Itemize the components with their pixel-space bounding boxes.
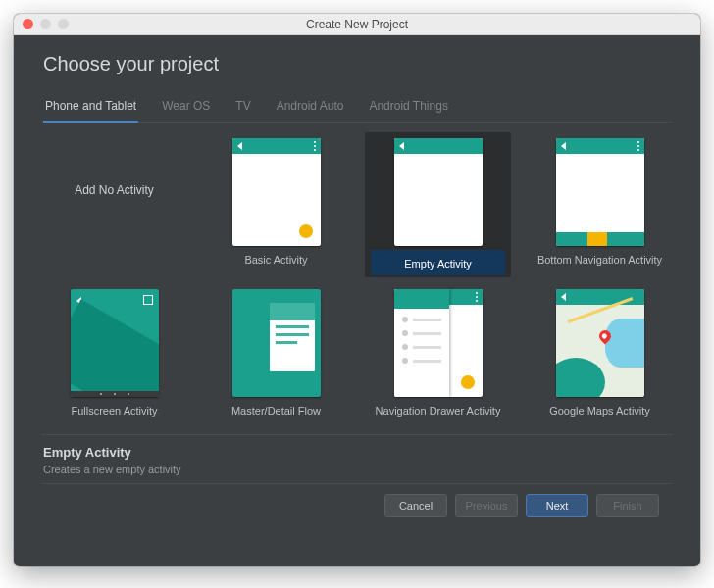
template-label <box>47 246 181 271</box>
finish-button: Finish <box>596 494 659 517</box>
thumb-fullscreen <box>71 289 159 397</box>
next-button[interactable]: Next <box>526 494 588 517</box>
template-navigation-drawer-activity[interactable]: Navigation Drawer Activity <box>365 283 511 424</box>
fab-icon <box>461 375 475 389</box>
tab-phone-tablet[interactable]: Phone and Tablet <box>43 93 138 122</box>
back-icon <box>561 142 566 150</box>
thumb-empty <box>394 138 483 246</box>
cancel-button[interactable]: Cancel <box>384 494 447 517</box>
tab-android-auto[interactable]: Android Auto <box>275 93 346 122</box>
window-title: Create New Project <box>14 18 700 31</box>
thumb-basic <box>232 138 321 246</box>
bottom-nav-icon <box>556 232 644 246</box>
template-fullscreen-activity[interactable]: Fullscreen Activity <box>41 283 187 424</box>
description-subtitle: Creates a new empty activity <box>43 464 671 475</box>
thumb-none: Add No Activity <box>71 138 159 246</box>
tab-wear-os[interactable]: Wear OS <box>160 93 212 122</box>
fullscreen-icon <box>143 295 153 305</box>
tab-tv[interactable]: TV <box>233 93 252 122</box>
template-grid: Add No Activity Basic Activity Empty Act… <box>41 130 673 434</box>
template-google-maps-activity[interactable]: Google Maps Activity <box>527 283 673 424</box>
template-label: Bottom Navigation Activity <box>533 246 667 271</box>
template-label: Basic Activity <box>209 246 343 271</box>
template-label: Google Maps Activity <box>533 397 667 422</box>
overflow-icon <box>314 141 316 143</box>
description-title: Empty Activity <box>43 445 671 460</box>
titlebar: Create New Project <box>14 14 700 35</box>
thumb-navdrawer <box>394 289 483 397</box>
overflow-icon <box>638 141 639 143</box>
template-master-detail-flow[interactable]: Master/Detail Flow <box>203 283 349 424</box>
template-label: Empty Activity <box>371 250 505 275</box>
template-bottom-navigation-activity[interactable]: Bottom Navigation Activity <box>527 132 673 277</box>
template-description: Empty Activity Creates a new empty activ… <box>41 434 673 483</box>
fab-icon <box>299 224 313 238</box>
template-label: Fullscreen Activity <box>47 397 181 422</box>
wizard-content: Choose your project Phone and Tablet Wea… <box>14 35 700 566</box>
template-label: Master/Detail Flow <box>209 397 343 422</box>
thumb-bottomnav <box>556 138 644 246</box>
wizard-footer: Cancel Previous Next Finish <box>41 483 673 529</box>
project-wizard-window: Create New Project Choose your project P… <box>14 14 700 566</box>
template-label: Navigation Drawer Activity <box>371 397 505 422</box>
overflow-icon <box>476 292 478 294</box>
tab-android-things[interactable]: Android Things <box>367 93 450 122</box>
drawer-icon <box>394 289 449 397</box>
back-icon <box>561 293 566 301</box>
page-title: Choose your project <box>43 53 673 75</box>
template-basic-activity[interactable]: Basic Activity <box>203 132 349 277</box>
back-icon <box>237 142 242 150</box>
previous-button: Previous <box>455 494 518 517</box>
form-factor-tabs: Phone and Tablet Wear OS TV Android Auto… <box>41 93 673 122</box>
template-add-no-activity[interactable]: Add No Activity <box>41 132 187 277</box>
thumb-master <box>232 289 321 397</box>
back-icon <box>399 142 404 150</box>
thumb-maps <box>556 289 644 397</box>
template-empty-activity[interactable]: Empty Activity <box>365 132 511 277</box>
thumb-none-label: Add No Activity <box>71 138 159 197</box>
